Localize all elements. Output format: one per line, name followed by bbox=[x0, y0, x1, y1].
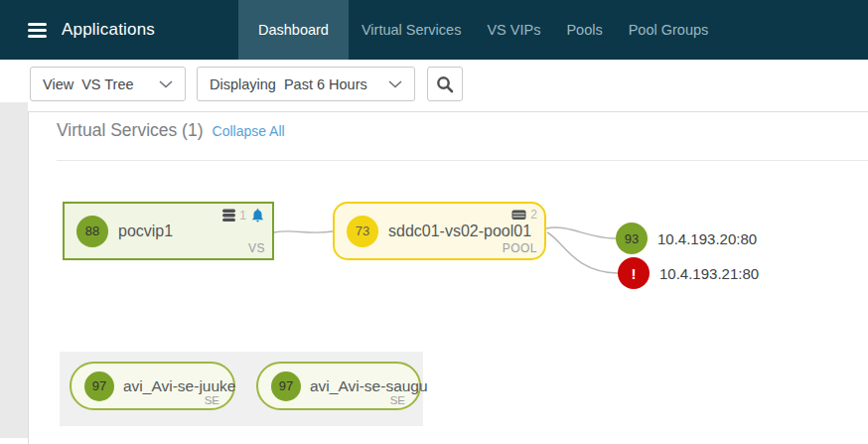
server-row[interactable]: ! 10.4.193.21:80 bbox=[618, 257, 759, 289]
time-range-label: Displaying bbox=[210, 76, 276, 92]
tab-virtual-services[interactable]: Virtual Services bbox=[349, 0, 474, 60]
bell-icon[interactable] bbox=[250, 208, 265, 222]
pool-node-icons: 2 bbox=[511, 208, 537, 222]
pool-name: sddc01-vs02-pool01 bbox=[388, 222, 531, 240]
health-score-badge: 88 bbox=[76, 216, 108, 247]
nav-tabs: Dashboard Virtual Services VS VIPs Pools… bbox=[238, 0, 721, 60]
view-mode-dropdown[interactable]: View VS Tree bbox=[30, 67, 186, 101]
view-mode-label: View bbox=[43, 76, 73, 92]
hamburger-menu-icon[interactable] bbox=[28, 23, 47, 38]
vs-node-pocvip1[interactable]: 88 pocvip1 1 VS bbox=[63, 202, 274, 260]
se-name: avi_Avi-se-saugu bbox=[310, 377, 428, 395]
panel-header: Virtual Services (1) Collapse All bbox=[57, 120, 285, 141]
top-nav-bar: Applications Dashboard Virtual Services … bbox=[0, 0, 868, 60]
pool-node-sddc01-vs02-pool01[interactable]: 73 sddc01-vs02-pool01 2 POOL bbox=[333, 202, 546, 260]
node-type-label: POOL bbox=[503, 241, 537, 255]
app-screen: Applications Dashboard Virtual Services … bbox=[0, 0, 868, 444]
search-icon bbox=[436, 75, 454, 93]
server-icon bbox=[511, 209, 526, 221]
vip-count: 1 bbox=[239, 209, 246, 222]
page-title: Applications bbox=[62, 20, 155, 40]
server-address: 10.4.193.21:80 bbox=[659, 265, 759, 282]
server-address: 10.4.193.20:80 bbox=[657, 230, 757, 247]
collapse-all-link[interactable]: Collapse All bbox=[213, 123, 285, 139]
health-score-badge: 93 bbox=[616, 222, 648, 254]
service-engine-group: 97 avi_Avi-se-juuke SE 97 avi_Avi-se-sau… bbox=[60, 352, 423, 426]
divider bbox=[57, 160, 868, 161]
vs-node-icons: 1 bbox=[222, 208, 265, 222]
health-score-badge: 73 bbox=[347, 216, 378, 247]
tab-vs-vips[interactable]: VS VIPs bbox=[474, 0, 553, 60]
se-node-avi_Avi-se-juuke[interactable]: 97 avi_Avi-se-juuke SE bbox=[70, 362, 235, 410]
chevron-down-icon bbox=[388, 80, 402, 88]
tab-pool-groups[interactable]: Pool Groups bbox=[616, 0, 722, 60]
chevron-down-icon bbox=[159, 80, 173, 88]
server-row[interactable]: 93 10.4.193.20:80 bbox=[616, 222, 757, 254]
vip-stack-icon bbox=[222, 209, 235, 222]
vs-name: pocvip1 bbox=[118, 222, 173, 240]
server-count: 2 bbox=[530, 208, 537, 222]
vs-tree-panel: Virtual Services (1) Collapse All 88 poc… bbox=[28, 111, 868, 444]
time-range-value: Past 6 Hours bbox=[284, 76, 367, 92]
node-type-label: SE bbox=[390, 394, 405, 406]
toolbar: View VS Tree Displaying Past 6 Hours bbox=[0, 60, 868, 102]
health-score-badge: 97 bbox=[84, 371, 114, 401]
tab-pools[interactable]: Pools bbox=[553, 0, 615, 60]
tab-dashboard[interactable]: Dashboard bbox=[238, 0, 349, 60]
node-type-label: SE bbox=[205, 394, 219, 406]
se-name: avi_Avi-se-juuke bbox=[123, 377, 235, 395]
node-type-label: VS bbox=[248, 241, 265, 255]
health-score-badge: 97 bbox=[271, 371, 301, 401]
search-button[interactable] bbox=[427, 67, 463, 101]
server-down-icon: ! bbox=[618, 257, 650, 289]
view-mode-value: VS Tree bbox=[81, 76, 133, 92]
se-node-avi_Avi-se-saugu[interactable]: 97 avi_Avi-se-saugu SE bbox=[256, 362, 421, 410]
panel-title: Virtual Services (1) bbox=[57, 120, 204, 141]
left-gutter bbox=[0, 102, 28, 438]
time-range-dropdown[interactable]: Displaying Past 6 Hours bbox=[197, 67, 415, 101]
